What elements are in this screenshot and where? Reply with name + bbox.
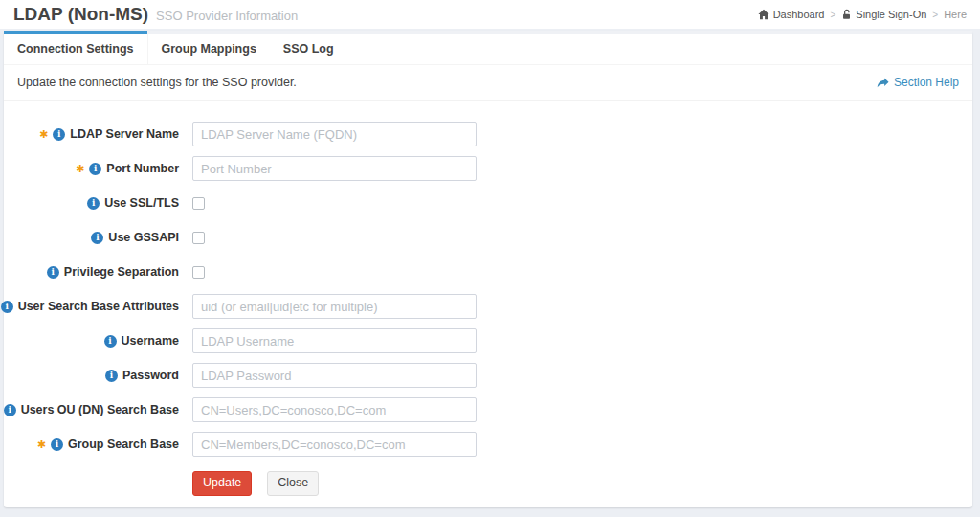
privilege-separation-checkbox[interactable] (192, 266, 205, 279)
field-label: Group Search Base (68, 438, 179, 451)
field-label: Use SSL/TLS (104, 196, 179, 210)
field-label: Users OU (DN) Search Base (21, 403, 179, 416)
required-icon: ✱ (39, 129, 48, 140)
field-label: User Search Base Attributes (18, 300, 179, 313)
field-row-use-gssapi: iUse GSSAPI (4, 225, 972, 250)
field-label: Privilege Separation (64, 265, 179, 279)
required-icon: ✱ (37, 439, 46, 450)
field-row-users-ou-dn-search-base: ✱iUsers OU (DN) Search Base (4, 397, 972, 422)
section-help-label: Section Help (894, 76, 959, 89)
field-label: Use GSSAPI (108, 231, 179, 244)
field-row-user-search-base-attributes: ✱iUser Search Base Attributes (4, 294, 972, 319)
field-control (192, 232, 205, 244)
tab-group-mappings[interactable]: Group Mappings (148, 34, 270, 64)
field-label-group: ✱iGroup Search Base (4, 438, 179, 451)
field-label-group: iPassword (4, 369, 179, 382)
field-row-port-number: ✱iPort Number (4, 156, 972, 181)
close-button[interactable]: Close (267, 471, 319, 496)
field-label-group: ✱iUser Search Base Attributes (4, 300, 179, 313)
field-control (192, 122, 477, 146)
unlock-icon (841, 9, 852, 20)
field-label-group: ✱iUsers OU (DN) Search Base (4, 403, 179, 416)
field-label: LDAP Server Name (70, 127, 179, 141)
breadcrumb-item-single-sign-on[interactable]: Single Sign-On (841, 9, 926, 20)
field-label: Password (122, 369, 179, 382)
field-label-group: ✱iLDAP Server Name (4, 127, 179, 141)
field-control (192, 197, 205, 210)
share-icon (877, 78, 889, 88)
field-control (192, 432, 477, 457)
update-button[interactable]: Update (192, 471, 252, 496)
section-help-link[interactable]: Section Help (877, 76, 959, 89)
field-control (192, 294, 477, 319)
use-ssl-tls-checkbox[interactable] (192, 197, 205, 210)
field-control (192, 328, 477, 353)
breadcrumb-item-dashboard[interactable]: Dashboard (758, 9, 825, 20)
port-number-input[interactable] (192, 156, 477, 181)
info-icon[interactable]: i (4, 404, 16, 416)
breadcrumb-item-here: Here (944, 9, 967, 20)
breadcrumb: Dashboard>Single Sign-On>Here (758, 9, 967, 20)
ldap-server-name-input[interactable] (192, 122, 477, 146)
info-icon[interactable]: i (89, 163, 101, 175)
page-subtitle: SSO Provider Information (156, 9, 298, 23)
breadcrumb-separator: > (830, 10, 835, 20)
section-bar: Update the connection settings for the S… (4, 65, 972, 101)
info-icon[interactable]: i (87, 197, 100, 210)
use-gssapi-checkbox[interactable] (192, 232, 205, 244)
field-label-group: iUsername (4, 334, 179, 348)
field-label-group: iUse SSL/TLS (4, 196, 179, 210)
field-control (192, 397, 477, 422)
breadcrumb-label: Single Sign-On (856, 9, 926, 20)
tab-bar: Connection SettingsGroup MappingsSSO Log (4, 31, 972, 65)
page-header: LDAP (Non-MS) SSO Provider Information D… (0, 0, 980, 29)
page-title: LDAP (Non-MS) (13, 0, 148, 29)
field-label: Username (122, 334, 179, 348)
field-label-group: iPrivilege Separation (4, 265, 179, 279)
field-row-use-ssl-tls: iUse SSL/TLS (4, 191, 972, 215)
password-input[interactable] (192, 363, 477, 388)
section-description: Update the connection settings for the S… (17, 76, 297, 89)
form-actions: Update Close (192, 468, 972, 507)
field-control (192, 363, 477, 388)
field-label: Port Number (106, 162, 179, 175)
content-panel: Connection SettingsGroup MappingsSSO Log… (4, 31, 972, 507)
field-row-group-search-base: ✱iGroup Search Base (4, 432, 972, 457)
field-row-privilege-separation: iPrivilege Separation (4, 259, 972, 284)
group-search-base-input[interactable] (192, 432, 477, 457)
field-row-ldap-server-name: ✱iLDAP Server Name (4, 122, 972, 146)
field-row-password: iPassword (4, 363, 972, 388)
username-input[interactable] (192, 328, 477, 353)
info-icon[interactable]: i (91, 232, 103, 244)
info-icon[interactable]: i (47, 266, 59, 279)
breadcrumb-label: Dashboard (773, 9, 825, 20)
connection-settings-form: ✱iLDAP Server Name✱iPort NumberiUse SSL/… (4, 101, 972, 468)
info-icon[interactable]: i (53, 128, 65, 141)
field-row-username: iUsername (4, 328, 972, 353)
field-control (192, 156, 477, 181)
info-icon[interactable]: i (105, 370, 118, 382)
field-label-group: ✱iPort Number (4, 162, 179, 175)
home-icon (758, 9, 769, 20)
breadcrumb-separator: > (932, 10, 938, 20)
info-icon[interactable]: i (104, 335, 117, 348)
field-control (192, 266, 205, 279)
tab-connection-settings[interactable]: Connection Settings (4, 34, 148, 64)
info-icon[interactable]: i (51, 438, 63, 451)
user-search-base-attributes-input[interactable] (192, 294, 477, 319)
field-label-group: iUse GSSAPI (4, 231, 179, 244)
info-icon[interactable]: i (1, 301, 13, 313)
breadcrumb-label: Here (944, 9, 967, 20)
title-block: LDAP (Non-MS) SSO Provider Information (13, 0, 298, 29)
users-ou-dn-search-base-input[interactable] (192, 397, 477, 422)
tab-sso-log[interactable]: SSO Log (270, 34, 347, 64)
required-icon: ✱ (76, 164, 84, 174)
